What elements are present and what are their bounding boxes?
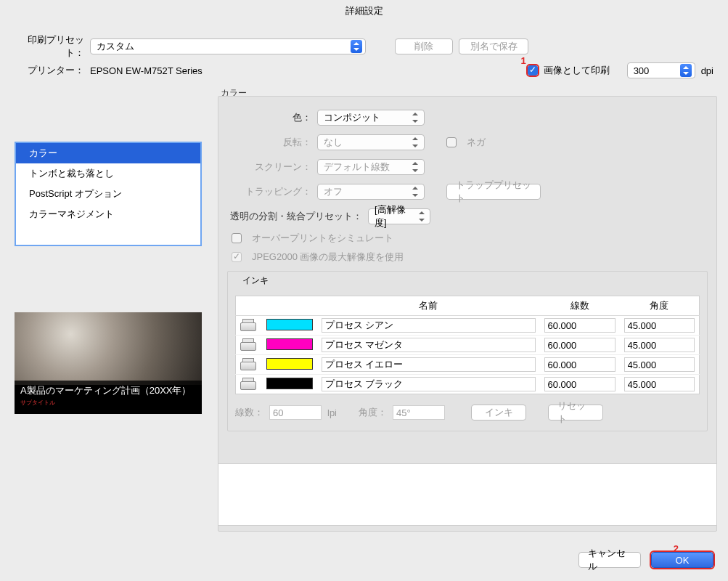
nega-checkbox bbox=[446, 137, 457, 147]
sidebar-item-postscript[interactable]: PostScript オプション bbox=[16, 184, 200, 204]
updown-icon bbox=[416, 210, 427, 223]
ink-lines-input[interactable] bbox=[544, 318, 615, 333]
sidebar-item-label: カラーマネジメント bbox=[29, 208, 114, 219]
flatten-value: [高解像度] bbox=[375, 203, 416, 229]
delete-button[interactable]: 削除 bbox=[395, 38, 453, 54]
preview-sub: サブタイトル bbox=[20, 399, 196, 407]
ink-name-input[interactable] bbox=[322, 338, 536, 352]
ink-name-input[interactable] bbox=[322, 357, 536, 372]
color-select[interactable]: コンポジット bbox=[317, 110, 425, 126]
printer-label: プリンター： bbox=[15, 64, 84, 77]
ink-angle-input[interactable] bbox=[624, 377, 695, 391]
overprint-checkbox bbox=[232, 233, 242, 243]
ink-row[interactable] bbox=[236, 336, 700, 355]
preview-title: A製品のマーケティング計画（20XX年） bbox=[20, 385, 191, 396]
flatten-label: 透明の分割・統合プリセット： bbox=[227, 210, 362, 223]
lines-label: 線数： bbox=[235, 406, 263, 419]
ink-lines-input[interactable] bbox=[544, 377, 615, 391]
sidebar-item-label: カラー bbox=[29, 147, 57, 158]
flip-label: 反転： bbox=[227, 136, 311, 149]
dialog-title: 詳細設定 bbox=[0, 0, 728, 25]
screen-value: デフォルト線数 bbox=[324, 161, 390, 174]
message-area bbox=[218, 463, 717, 526]
ink-swatch bbox=[266, 358, 313, 370]
dpi-select[interactable]: 300 bbox=[627, 62, 695, 78]
trap-value: オフ bbox=[324, 185, 343, 198]
ink-angle-input[interactable] bbox=[624, 357, 695, 372]
ink-angle-input[interactable] bbox=[624, 318, 695, 333]
printer-icon bbox=[240, 338, 255, 350]
printer-name: EPSON EW-M752T Series bbox=[90, 65, 203, 76]
ink-row[interactable] bbox=[236, 355, 700, 375]
lpi-label: lpi bbox=[327, 407, 337, 418]
preview-image bbox=[15, 312, 202, 385]
print-as-image-checkbox[interactable] bbox=[528, 65, 538, 76]
printer-icon bbox=[240, 319, 255, 330]
color-value: コンポジット bbox=[324, 111, 380, 124]
ink-legend: インキ bbox=[240, 275, 271, 285]
sidebar-item-label: トンボと裁ち落とし bbox=[29, 168, 114, 179]
updown-icon bbox=[351, 40, 362, 53]
cancel-button[interactable]: キャンセル bbox=[578, 552, 641, 568]
ink-swatch bbox=[266, 319, 313, 330]
lines-input bbox=[269, 405, 322, 420]
annotation-2: 2 bbox=[674, 543, 679, 559]
flip-select: なし bbox=[317, 134, 425, 150]
ok-button[interactable]: OK bbox=[651, 552, 713, 568]
ink-lines-input[interactable] bbox=[544, 357, 615, 372]
ink-row[interactable] bbox=[236, 375, 700, 394]
ink-button: インキ bbox=[471, 405, 526, 420]
screen-select: デフォルト線数 bbox=[317, 159, 425, 175]
ink-name-input[interactable] bbox=[322, 377, 536, 391]
flip-value: なし bbox=[324, 136, 343, 149]
ink-swatch bbox=[266, 338, 313, 350]
preview-caption: A製品のマーケティング計画（20XX年） サブタイトル bbox=[15, 381, 202, 404]
dpi-unit: dpi bbox=[701, 65, 713, 76]
updown-icon bbox=[409, 185, 421, 198]
ink-table: 名前 線数 角度 bbox=[235, 296, 700, 394]
printer-icon bbox=[240, 358, 255, 370]
ink-group: インキ 名前 線数 角度 線数： lpi 角度： インキ リセット bbox=[227, 271, 708, 431]
trap-label: トラッピング： bbox=[227, 185, 311, 198]
preset-select[interactable]: カスタム bbox=[90, 38, 366, 54]
settings-sidebar: カラー トンボと裁ち落とし PostScript オプション カラーマネジメント bbox=[15, 142, 202, 246]
color-label: 色： bbox=[227, 111, 311, 124]
trap-select: オフ bbox=[317, 184, 425, 200]
flatten-select[interactable]: [高解像度] bbox=[368, 208, 430, 224]
ink-name-input[interactable] bbox=[322, 318, 536, 333]
screen-label: スクリーン： bbox=[227, 161, 311, 174]
jpeg2000-label: JPEG2000 画像の最大解像度を使用 bbox=[252, 251, 404, 264]
page-preview: A製品のマーケティング計画（20XX年） サブタイトル bbox=[15, 312, 202, 414]
sidebar-item-label: PostScript オプション bbox=[29, 188, 122, 199]
annotation-1: 1 bbox=[520, 55, 525, 66]
ink-col-angle: 角度 bbox=[620, 296, 700, 316]
ink-row[interactable] bbox=[236, 316, 700, 336]
updown-icon bbox=[680, 64, 692, 77]
print-as-image-label: 画像として印刷 bbox=[544, 64, 610, 77]
jpeg2000-checkbox bbox=[232, 252, 242, 262]
updown-icon bbox=[409, 161, 421, 174]
preset-value: カスタム bbox=[97, 40, 134, 53]
ink-col-lines: 線数 bbox=[540, 296, 620, 316]
nega-label: ネガ bbox=[467, 136, 486, 149]
printer-icon bbox=[240, 378, 255, 389]
dpi-value: 300 bbox=[634, 65, 650, 76]
updown-icon bbox=[409, 136, 421, 149]
sidebar-item-marks[interactable]: トンボと裁ち落とし bbox=[16, 163, 200, 184]
dialog-footer: 2 キャンセル OK bbox=[0, 552, 728, 568]
ink-lines-input[interactable] bbox=[544, 338, 615, 352]
updown-icon bbox=[409, 111, 421, 124]
reset-button: リセット bbox=[548, 405, 603, 420]
overprint-label: オーバープリントをシミュレート bbox=[252, 232, 393, 245]
ink-col-name: 名前 bbox=[317, 296, 540, 316]
preset-label: 印刷プリセット： bbox=[15, 33, 84, 60]
sidebar-item-colormgmt[interactable]: カラーマネジメント bbox=[16, 204, 200, 224]
saveas-button[interactable]: 別名で保存 bbox=[459, 38, 528, 54]
angle-label: 角度： bbox=[359, 406, 387, 419]
ink-angle-input[interactable] bbox=[624, 338, 695, 352]
angle-input bbox=[393, 405, 445, 420]
sidebar-item-color[interactable]: カラー bbox=[16, 143, 200, 163]
ink-swatch bbox=[266, 378, 313, 389]
trap-preset-button: トラッププリセット bbox=[446, 184, 541, 200]
